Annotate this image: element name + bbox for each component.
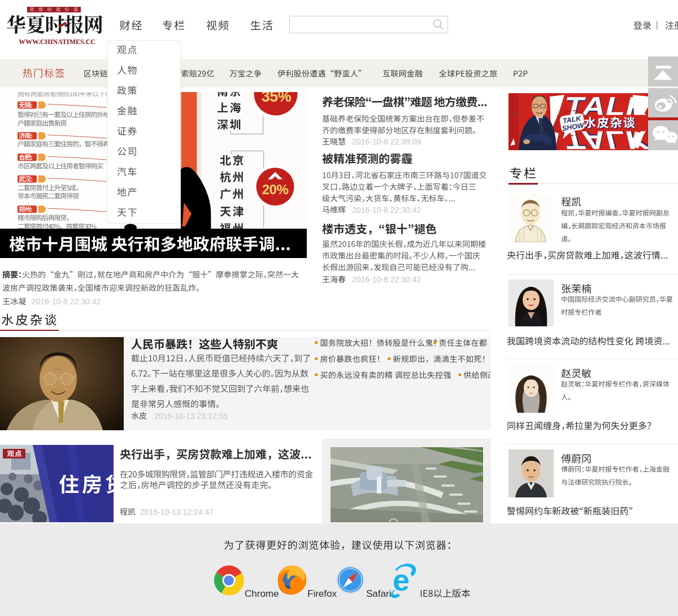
- svg-text:Firefox: Firefox: [307, 588, 337, 599]
- svg-text:e: e: [393, 563, 410, 597]
- svg-text:Safari: Safari: [366, 588, 391, 599]
- svg-text:Chrome: Chrome: [245, 588, 279, 599]
